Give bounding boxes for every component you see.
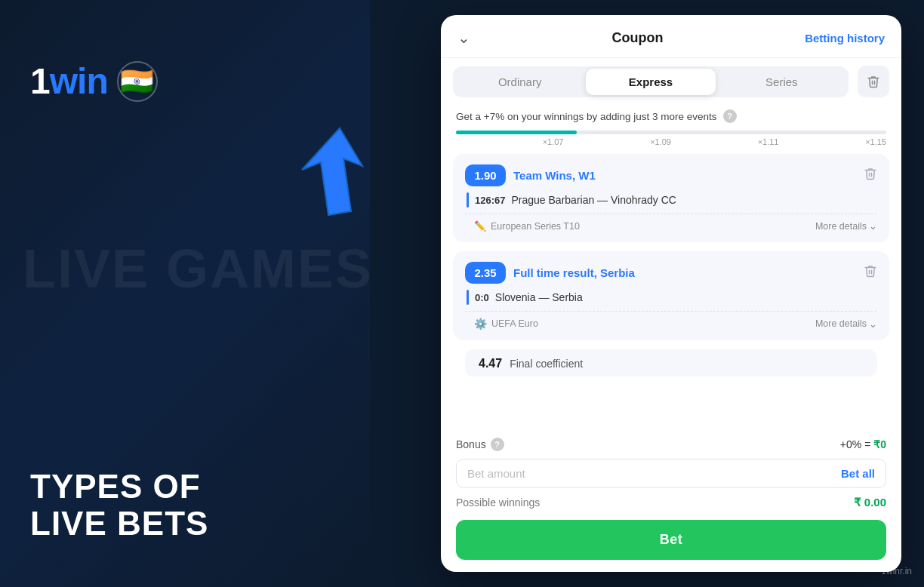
remove-bet-2-button[interactable] (864, 264, 877, 281)
bonus-label-group: Bonus ? (456, 438, 504, 451)
bet-card-2: 2.35 Full time result, Serbia 0:0 Sloven… (453, 251, 889, 340)
divider-2 (465, 311, 877, 312)
types-text-block: TYPES OF LIVE BETS (30, 469, 208, 542)
bet-meta-row-2: ⚙️ UEFA Euro More details ⌄ (465, 318, 877, 330)
possible-winnings-label: Possible winnings (456, 496, 540, 509)
bonus-info-text: Get a +7% on your winnings by adding jus… (456, 111, 717, 122)
logo-area: 1win 🇮🇳 (30, 60, 158, 102)
progress-fill (456, 131, 577, 134)
clear-all-button[interactable] (858, 66, 889, 97)
league-info-2: ⚙️ UEFA Euro (474, 318, 538, 330)
bonus-currency-text: ₹0 (873, 438, 886, 450)
bet-match-row-1: 126:67 Prague Barbarian — Vinohrady CC (465, 192, 877, 207)
progress-label-3: ×1.11 (671, 137, 779, 146)
progress-label-2: ×1.09 (564, 137, 672, 146)
bet-top-row-2: 2.35 Full time result, Serbia (465, 262, 877, 284)
final-coefficient-row: 4.47 Final coefficient (465, 349, 877, 376)
logo-win: win (50, 61, 108, 101)
possible-winnings-row: Possible winnings ₹ 0.00 (456, 496, 886, 509)
bet-name-1: Team Wins, W1 (513, 169, 856, 182)
brand-logo: 1win (30, 60, 108, 102)
league-info-1: ✏️ European Series T10 (474, 220, 580, 232)
match-name-2: Slovenia — Serbia (495, 291, 583, 303)
progress-label-4: ×1.15 (779, 137, 887, 146)
divider-1 (465, 214, 877, 214)
league-name-2: UEFA Euro (491, 318, 538, 329)
tab-express[interactable]: Express (586, 69, 715, 95)
bet-name-2: Full time result, Serbia (513, 266, 856, 279)
bet-bottom-section: Bonus ? +0% = ₹0 Bet amount Bet all Poss… (441, 438, 901, 572)
live-indicator-1 (467, 192, 469, 207)
tab-ordinary[interactable]: Ordinary (455, 69, 584, 95)
arrow-pointer (264, 121, 370, 222)
india-flag-icon: 🇮🇳 (117, 61, 158, 102)
bet-button[interactable]: Bet (456, 520, 886, 560)
help-icon[interactable]: ? (723, 109, 737, 123)
bet-amount-placeholder: Bet amount (467, 467, 525, 480)
bonus-row: Bonus ? +0% = ₹0 (456, 438, 886, 451)
bet-meta-row-1: ✏️ European Series T10 More details ⌄ (465, 220, 877, 232)
bet-all-button[interactable]: Bet all (841, 467, 875, 480)
league-icon-1: ✏️ (474, 220, 486, 232)
chevron-down-icon-2: ⌄ (869, 318, 877, 330)
bet-amount-input-row[interactable]: Bet amount Bet all (456, 459, 886, 488)
league-name-1: European Series T10 (491, 221, 580, 232)
bonus-help-icon[interactable]: ? (491, 438, 504, 451)
bet-top-row-1: 1.90 Team Wins, W1 (465, 164, 877, 186)
tabs-container: Ordinary Express Series (441, 58, 901, 103)
bonus-value: +0% = ₹0 (840, 438, 886, 450)
progress-track (456, 131, 886, 134)
bets-container: 1.90 Team Wins, W1 126:67 Prague Barbari… (441, 148, 901, 438)
bet-card-1: 1.90 Team Wins, W1 126:67 Prague Barbari… (453, 154, 889, 242)
tab-series[interactable]: Series (717, 69, 846, 95)
progress-labels: ×1.07 ×1.09 ×1.11 ×1.15 (456, 137, 886, 146)
progress-label-1: ×1.07 (456, 137, 564, 146)
panel-header: ⌄ Coupon Betting history (441, 15, 901, 58)
final-coeff-label: Final coefficient (510, 358, 583, 370)
progress-container: ×1.07 ×1.09 ×1.11 ×1.15 (441, 128, 901, 148)
league-icon-2: ⚙️ (474, 318, 487, 330)
more-details-1[interactable]: More details ⌄ (815, 220, 877, 232)
match-score-2: 0:0 (475, 292, 489, 303)
chevron-down-icon-1: ⌄ (869, 220, 877, 232)
possible-winnings-value: ₹ 0.00 (854, 496, 886, 509)
betting-history-link[interactable]: Betting history (805, 32, 885, 45)
odds-badge-1: 1.90 (465, 164, 506, 186)
background-faint-text: Live Games (23, 241, 373, 296)
logo-one: 1 (30, 61, 50, 101)
odds-badge-2: 2.35 (465, 262, 506, 284)
final-coeff-value: 4.47 (479, 357, 502, 370)
remove-bet-1-button[interactable] (864, 167, 877, 184)
types-heading-line1: TYPES OF (30, 469, 208, 505)
bonus-text-label: Bonus (456, 438, 486, 450)
match-score-1: 126:67 (475, 195, 505, 206)
panel-title: Coupon (612, 30, 664, 46)
tabs-group: Ordinary Express Series (453, 66, 849, 97)
collapse-icon[interactable]: ⌄ (457, 29, 470, 47)
svg-marker-0 (302, 128, 362, 215)
bonus-info-bar: Get a +7% on your winnings by adding jus… (441, 103, 901, 128)
more-details-2[interactable]: More details ⌄ (815, 318, 877, 330)
match-name-1: Prague Barbarian — Vinohrady CC (511, 194, 676, 206)
live-indicator-2 (467, 290, 469, 305)
bet-match-row-2: 0:0 Slovenia — Serbia (465, 290, 877, 305)
bonus-percent-text: +0% = (840, 438, 873, 450)
types-heading-line2: LIVE BETS (30, 506, 208, 542)
coupon-panel: ⌄ Coupon Betting history Ordinary Expres… (441, 15, 901, 572)
